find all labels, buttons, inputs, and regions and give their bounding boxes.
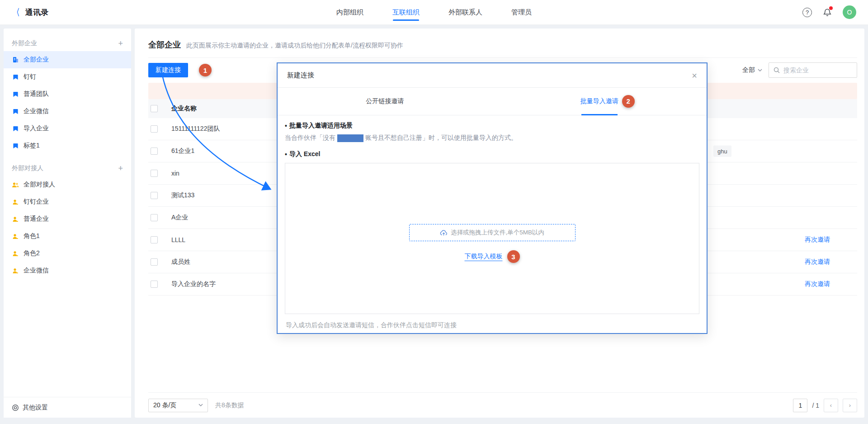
page-size-select[interactable]: 20 条/页	[148, 399, 208, 412]
scene-section-title: • 批量导入邀请适用场景	[285, 122, 699, 130]
prev-page-button[interactable]: ‹	[824, 399, 838, 412]
scene-title-text: 批量导入邀请适用场景	[289, 122, 353, 130]
scene-desc-after: 账号且不想自己注册」时，可以使用批量导入的方式。	[365, 134, 517, 142]
reinvite-link[interactable]: 再次邀请	[805, 280, 830, 288]
sidebar-item-role2[interactable]: 角色2	[4, 245, 131, 262]
sidebar-item-normal-team[interactable]: 普通团队	[4, 86, 131, 103]
top-nav-tabs: 内部组织 互联组织 外部联系人 管理员	[336, 0, 532, 25]
page-size-value: 20 条/页	[153, 401, 176, 410]
import-title-text: 导入 Excel	[289, 150, 320, 158]
pagination-bar: 20 条/页 共8条数据 / 1 ‹ ›	[148, 392, 857, 418]
sidebar-item-label: 钉钉企业	[24, 198, 49, 206]
tab-batch-import-invite[interactable]: 批量导入邀请 2	[492, 88, 707, 115]
reinvite-link[interactable]: 再次邀请	[805, 258, 830, 266]
sidebar-group-external-liaisons: 外部对接人 +	[4, 154, 131, 176]
sidebar-item-label: 普通团队	[24, 90, 49, 98]
person-icon	[12, 199, 19, 205]
sidebar-item-wecom[interactable]: 企业微信	[4, 103, 131, 120]
sidebar-item-label: 普通企业	[24, 215, 49, 223]
bookmark-icon	[12, 91, 19, 97]
content-area: 外部企业 + 全部企业 钉钉 普通团队 企业微信 导入企业 标签1	[0, 25, 868, 417]
avatar[interactable]: O	[843, 5, 856, 19]
notification-dot	[829, 6, 833, 10]
modal-title: 新建连接	[287, 71, 314, 80]
sidebar-item-label: 角色2	[24, 249, 40, 257]
page-subtitle: 此页面展示你主动邀请的企业，邀请成功后给他们分配表单/流程权限即可协作	[186, 42, 403, 50]
group-title: 外部对接人	[12, 164, 43, 172]
sidebar-item-label: 企业微信	[24, 107, 49, 115]
building-icon	[12, 57, 19, 63]
app-title: 通讯录	[25, 7, 48, 18]
sidebar-item-dingtalk[interactable]: 钉钉	[4, 68, 131, 86]
notification-bell-icon[interactable]	[823, 8, 832, 17]
chevron-down-icon	[198, 404, 203, 407]
sidebar-item-tag1[interactable]: 标签1	[4, 137, 131, 154]
reinvite-link[interactable]: 再次邀请	[805, 236, 830, 244]
import-section-title: • 导入 Excel	[285, 150, 699, 158]
row-checkbox[interactable]	[151, 170, 158, 177]
company-name: 成员姓	[171, 258, 190, 266]
group-title: 外部企业	[12, 39, 37, 48]
chevron-down-icon	[758, 69, 762, 72]
row-checkbox[interactable]	[151, 148, 158, 155]
dropzone-label: 选择或拖拽上传文件,单个5MB以内	[451, 229, 544, 237]
new-connection-modal: 新建连接 × 公开链接邀请 批量导入邀请 2 • 批量导入邀请适用场景 当合作伙…	[277, 62, 708, 334]
search-box	[769, 62, 857, 78]
tab-label: 批量导入邀请	[580, 97, 618, 105]
sidebar-item-wecom-liaison[interactable]: 企业微信	[4, 262, 131, 279]
tab-public-link-invite[interactable]: 公开链接邀请	[278, 88, 492, 115]
sidebar-item-label: 导入企业	[24, 124, 49, 133]
row-checkbox[interactable]	[151, 236, 158, 243]
sidebar-group-external-companies: 外部企业 +	[4, 33, 131, 51]
sidebar-item-role1[interactable]: 角色1	[4, 228, 131, 245]
topbar: 〈 通讯录 内部组织 互联组织 外部联系人 管理员 ? O	[0, 0, 868, 25]
sidebar-item-label: 全部对接人	[24, 181, 55, 189]
add-company-button[interactable]: +	[118, 39, 123, 48]
modal-tabs: 公开链接邀请 批量导入邀请 2	[278, 88, 707, 115]
help-icon[interactable]: ?	[802, 8, 812, 17]
row-checkbox[interactable]	[151, 192, 158, 199]
close-icon[interactable]: ×	[692, 71, 697, 80]
search-input[interactable]	[783, 67, 852, 74]
bookmark-icon	[12, 74, 19, 80]
new-connection-button[interactable]: 新建连接	[148, 63, 188, 77]
filter-dropdown[interactable]: 全部	[742, 66, 762, 74]
other-settings-label: 其他设置	[23, 404, 48, 412]
page-title: 全部企业	[148, 39, 181, 50]
row-checkbox[interactable]	[151, 214, 158, 221]
row-checkbox[interactable]	[151, 258, 158, 266]
step-badge-3: 3	[507, 250, 520, 263]
step-badge-1: 1	[199, 64, 212, 76]
sidebar-item-label: 钉钉	[24, 73, 36, 81]
sidebar-item-imported-companies[interactable]: 导入企业	[4, 120, 131, 137]
back-icon[interactable]: 〈	[13, 8, 20, 17]
tab-admin[interactable]: 管理员	[511, 0, 532, 25]
company-name: 61企业1	[171, 147, 194, 155]
select-all-checkbox[interactable]	[151, 105, 158, 112]
tab-connected-org[interactable]: 互联组织	[392, 0, 420, 25]
person-icon	[12, 251, 19, 257]
row-checkbox[interactable]	[151, 125, 158, 133]
sidebar-item-all-liaisons[interactable]: 全部对接人	[4, 176, 131, 193]
tab-external-contacts[interactable]: 外部联系人	[448, 0, 482, 25]
company-name: 15111111122团队	[171, 125, 220, 133]
sidebar-item-all-companies[interactable]: 全部企业	[4, 51, 131, 68]
sidebar-item-dingtalk-company[interactable]: 钉钉企业	[4, 193, 131, 210]
upload-region: 选择或拖拽上传文件,单个5MB以内 下载导入模板 3	[285, 163, 699, 314]
sidebar-item-label: 标签1	[24, 142, 40, 150]
sidebar: 外部企业 + 全部企业 钉钉 普通团队 企业微信 导入企业 标签1	[4, 29, 131, 418]
next-page-button[interactable]: ›	[843, 399, 857, 412]
download-template-link[interactable]: 下载导入模板	[465, 252, 503, 261]
row-checkbox[interactable]	[151, 281, 158, 288]
add-liaison-button[interactable]: +	[118, 164, 123, 172]
company-name: LLLL	[171, 236, 185, 243]
bullet-dot: •	[285, 122, 287, 129]
sidebar-item-normal-company[interactable]: 普通企业	[4, 210, 131, 228]
page-number-input[interactable]	[793, 399, 807, 412]
tab-internal-org[interactable]: 内部组织	[336, 0, 363, 25]
page-total: / 1	[812, 402, 819, 409]
settings-icon	[12, 404, 19, 411]
company-name: 导入企业的名字	[171, 280, 216, 288]
file-dropzone[interactable]: 选择或拖拽上传文件,单个5MB以内	[409, 224, 576, 241]
other-settings[interactable]: 其他设置	[4, 397, 131, 418]
